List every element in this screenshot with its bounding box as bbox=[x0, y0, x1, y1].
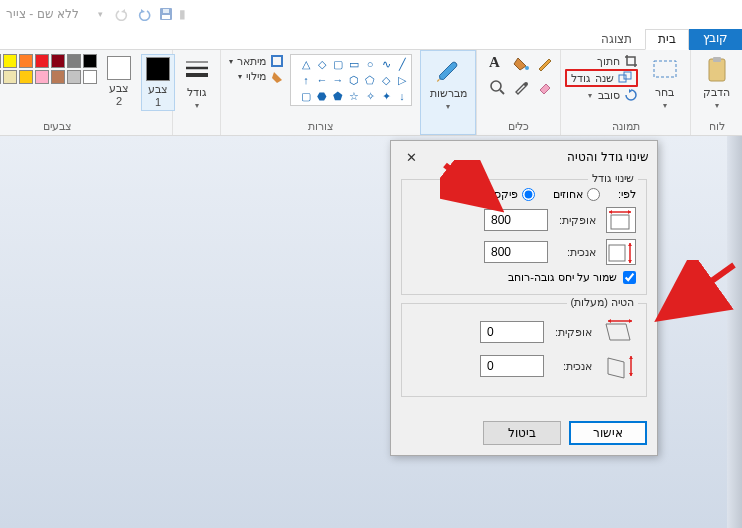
resize-button[interactable]: שנה גודל bbox=[565, 69, 637, 87]
resize-vertical-icon bbox=[606, 239, 636, 265]
color-swatch[interactable] bbox=[0, 54, 1, 68]
select-icon bbox=[651, 56, 679, 84]
vertical-scrollbar-thumb[interactable] bbox=[730, 156, 739, 246]
svg-point-10 bbox=[491, 81, 501, 91]
group-tools: A כלים bbox=[476, 50, 560, 135]
svg-rect-16 bbox=[611, 215, 629, 229]
color-swatch[interactable] bbox=[35, 70, 49, 84]
group-clipboard: הדבק ▾ לוח bbox=[690, 50, 742, 135]
clipboard-icon bbox=[703, 56, 731, 84]
redo-icon[interactable] bbox=[113, 5, 131, 23]
resize-horizontal-icon bbox=[606, 207, 636, 233]
svg-point-8 bbox=[525, 66, 529, 70]
ok-button[interactable]: אישור bbox=[569, 421, 647, 445]
color-palette[interactable] bbox=[0, 54, 97, 84]
customize-qat-icon[interactable]: ▾ bbox=[91, 5, 109, 23]
window-title: ללא שם - צייר bbox=[6, 7, 79, 21]
select-button[interactable]: בחר ▾ bbox=[644, 54, 686, 112]
svg-rect-1 bbox=[162, 15, 170, 19]
skew-horizontal-input[interactable] bbox=[480, 321, 544, 343]
pencil-tool-icon[interactable] bbox=[532, 54, 554, 76]
skew-horizontal-icon bbox=[602, 318, 636, 346]
text-tool-icon[interactable]: A bbox=[484, 54, 506, 76]
group-colors: צבע 1 צבע 2 צבעים bbox=[0, 50, 172, 135]
magnifier-tool-icon[interactable] bbox=[484, 78, 506, 100]
brushes-button[interactable]: מברשות ▾ bbox=[424, 55, 473, 113]
svg-rect-12 bbox=[272, 56, 282, 66]
color-swatch[interactable] bbox=[83, 54, 97, 68]
svg-rect-4 bbox=[713, 57, 721, 62]
title-bar: ▮ ▾ ללא שם - צייר bbox=[0, 0, 742, 28]
shapes-gallery[interactable]: ╱∿○▭▢◇△ ▷◇⬠⬡→←↑ ↓✦✧☆⬟⬣▢ bbox=[290, 54, 412, 106]
shape-outline-button[interactable]: מיתאר▾ bbox=[229, 54, 284, 68]
maintain-aspect-checkbox[interactable]: שמור על יחס גובה-רוחב bbox=[412, 271, 636, 284]
fill-tool-icon[interactable] bbox=[508, 54, 530, 76]
paste-button[interactable]: הדבק ▾ bbox=[696, 54, 738, 112]
crop-button[interactable]: חתוך bbox=[565, 54, 637, 68]
eraser-tool-icon[interactable] bbox=[532, 78, 554, 100]
color-swatch[interactable] bbox=[67, 70, 81, 84]
color-swatch[interactable] bbox=[3, 70, 17, 84]
cancel-button[interactable]: ביטול bbox=[483, 421, 561, 445]
svg-rect-2 bbox=[163, 9, 169, 13]
tab-home[interactable]: בית bbox=[645, 29, 689, 50]
color1-button[interactable]: צבע 1 bbox=[141, 54, 175, 111]
color-swatch[interactable] bbox=[83, 70, 97, 84]
save-icon[interactable] bbox=[157, 5, 175, 23]
color-swatch[interactable] bbox=[51, 70, 65, 84]
skew-fieldset: הטיה (מעלות) אופקית: אנכית: bbox=[401, 303, 647, 397]
color-swatch[interactable] bbox=[3, 54, 17, 68]
color-swatch[interactable] bbox=[35, 54, 49, 68]
close-icon[interactable]: ✕ bbox=[399, 147, 423, 167]
qat-divider: ▮ bbox=[179, 7, 186, 21]
ribbon: הדבק ▾ לוח בחר ▾ חתוך שנה גודל סובב▾ תמו… bbox=[0, 50, 742, 136]
group-brushes: מברשות ▾ . bbox=[420, 50, 476, 135]
skew-vertical-input[interactable] bbox=[480, 355, 544, 377]
resize-vertical-input[interactable] bbox=[484, 241, 548, 263]
dialog-title: שינוי גודל והטיה bbox=[567, 150, 649, 164]
group-image: בחר ▾ חתוך שנה גודל סובב▾ תמונה bbox=[560, 50, 690, 135]
tab-file[interactable]: קובץ bbox=[689, 29, 742, 50]
color-swatch[interactable] bbox=[51, 54, 65, 68]
resize-horizontal-input[interactable] bbox=[484, 209, 548, 231]
group-shapes: ╱∿○▭▢◇△ ▷◇⬠⬡→←↑ ↓✦✧☆⬟⬣▢ מיתאר▾ מילוי▾ צו… bbox=[220, 50, 420, 135]
svg-rect-3 bbox=[709, 59, 725, 81]
group-size: גודל ▾ . bbox=[172, 50, 220, 135]
color1-swatch bbox=[146, 57, 170, 81]
undo-icon[interactable] bbox=[135, 5, 153, 23]
svg-rect-18 bbox=[609, 245, 625, 261]
color-swatch[interactable] bbox=[19, 70, 33, 84]
color2-button[interactable]: צבע 2 bbox=[103, 54, 135, 109]
color-swatch[interactable] bbox=[19, 54, 33, 68]
color-swatch[interactable] bbox=[67, 54, 81, 68]
size-icon bbox=[183, 56, 211, 84]
svg-rect-5 bbox=[654, 61, 676, 77]
svg-line-11 bbox=[500, 90, 504, 94]
rotate-button[interactable]: סובב▾ bbox=[565, 88, 637, 102]
radio-percent[interactable]: אחוזים bbox=[553, 188, 600, 201]
resize-skew-dialog: שינוי גודל והטיה ✕ שינוי גודל לפי: אחוזי… bbox=[390, 140, 658, 456]
tab-view[interactable]: תצוגה bbox=[588, 29, 645, 50]
svg-point-9 bbox=[524, 82, 528, 86]
radio-pixels[interactable]: פיקסלים bbox=[479, 188, 535, 201]
quick-access-toolbar: ▮ ▾ bbox=[91, 5, 186, 23]
color2-swatch bbox=[107, 56, 131, 80]
shape-fill-button[interactable]: מילוי▾ bbox=[229, 69, 284, 83]
size-button[interactable]: גודל ▾ bbox=[176, 54, 218, 112]
skew-vertical-icon bbox=[602, 352, 636, 380]
dialog-titlebar[interactable]: שינוי גודל והטיה ✕ bbox=[391, 141, 657, 173]
brush-icon bbox=[434, 57, 462, 85]
resize-fieldset: שינוי גודל לפי: אחוזים פיקסלים אופקית: א… bbox=[401, 179, 647, 295]
ribbon-tabs: קובץ בית תצוגה bbox=[0, 28, 742, 50]
color-swatch[interactable] bbox=[0, 70, 1, 84]
picker-tool-icon[interactable] bbox=[508, 78, 530, 100]
